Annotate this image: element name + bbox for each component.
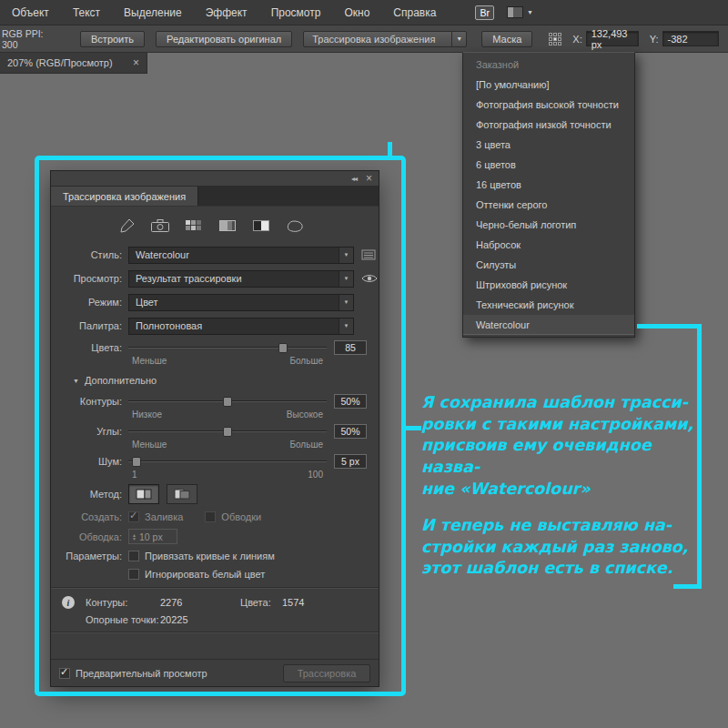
preset-item-watercolour[interactable]: Watercolour <box>463 315 634 335</box>
menu-window[interactable]: Окно <box>332 0 381 25</box>
annotation-text-1: Я сохранила шаблон трасси- ровки с таким… <box>421 392 699 500</box>
menu-object[interactable]: Объект <box>0 0 61 25</box>
preset-item-grayscale[interactable]: Оттенки серого <box>463 195 634 215</box>
preset-item-default[interactable]: [По умолчанию] <box>463 75 634 95</box>
x-input[interactable]: 132,493 px <box>586 31 639 46</box>
x-label: X: <box>572 34 581 45</box>
bridge-button[interactable]: Br <box>475 5 494 20</box>
preset-item-bw-logo[interactable]: Черно-белый логотип <box>463 215 634 235</box>
menu-type[interactable]: Текст <box>61 0 112 25</box>
image-trace-dropdown-label: Трассировка изображения <box>304 34 451 45</box>
preset-item-sketch[interactable]: Набросок <box>463 235 634 255</box>
menu-view[interactable]: Просмотр <box>259 0 333 25</box>
control-bar: RGB PPI: 300 Встроить Редактировать ориг… <box>0 25 728 53</box>
menu-effect[interactable]: Эффект <box>194 0 259 25</box>
preset-item-high-fidelity-photo[interactable]: Фотография высокой точности <box>463 95 634 115</box>
color-mode-ppi-label: RGB PPI: 300 <box>2 28 58 50</box>
reference-point-grid-icon[interactable] <box>549 33 561 46</box>
menu-help[interactable]: Справка <box>381 0 448 25</box>
trace-preset-menu: Заказной [По умолчанию] Фотография высок… <box>462 52 635 338</box>
annotation-bracket-bottom <box>673 584 702 589</box>
annotation-text-2: И теперь не выставляю на- стройки каждый… <box>421 515 699 580</box>
image-trace-dropdown[interactable]: Трассировка изображения ▼ <box>303 31 467 47</box>
mask-button[interactable]: Маска <box>481 31 532 47</box>
preset-item-line-art[interactable]: Штриховой рисунок <box>463 275 634 295</box>
preset-item-silhouettes[interactable]: Силуэты <box>463 255 634 275</box>
annotation-frame <box>35 156 406 696</box>
annotation-frame-stub <box>388 142 392 157</box>
embed-button[interactable]: Встроить <box>80 31 145 47</box>
preset-item-16-colors[interactable]: 16 цветов <box>463 175 634 195</box>
annotation-connector-line <box>405 426 421 430</box>
preset-item-technical-drawing[interactable]: Технический рисунок <box>463 295 634 315</box>
annotation-bracket-top <box>637 324 702 329</box>
workspace-layout-icon <box>507 6 523 18</box>
document-tab[interactable]: 207% (RGB/Просмотр) × <box>0 53 147 74</box>
preset-item-3-colors[interactable]: 3 цвета <box>463 135 634 155</box>
chevron-down-icon[interactable]: ▼ <box>451 32 466 46</box>
workspace-switcher[interactable]: ▼ <box>507 6 533 18</box>
y-input[interactable]: -382 <box>662 31 719 46</box>
preset-item-custom: Заказной <box>463 55 634 75</box>
close-icon[interactable]: × <box>133 56 139 69</box>
y-label: Y: <box>650 34 659 45</box>
preset-item-6-colors[interactable]: 6 цветов <box>463 155 634 175</box>
preset-item-low-fidelity-photo[interactable]: Фотография низкой точности <box>463 115 634 135</box>
menu-select[interactable]: Выделение <box>112 0 194 25</box>
menu-bar: Объект Текст Выделение Эффект Просмотр О… <box>0 0 728 25</box>
chevron-down-icon: ▼ <box>527 9 533 15</box>
document-tab-label: 207% (RGB/Просмотр) <box>7 57 113 68</box>
edit-original-button[interactable]: Редактировать оригинал <box>156 31 292 47</box>
